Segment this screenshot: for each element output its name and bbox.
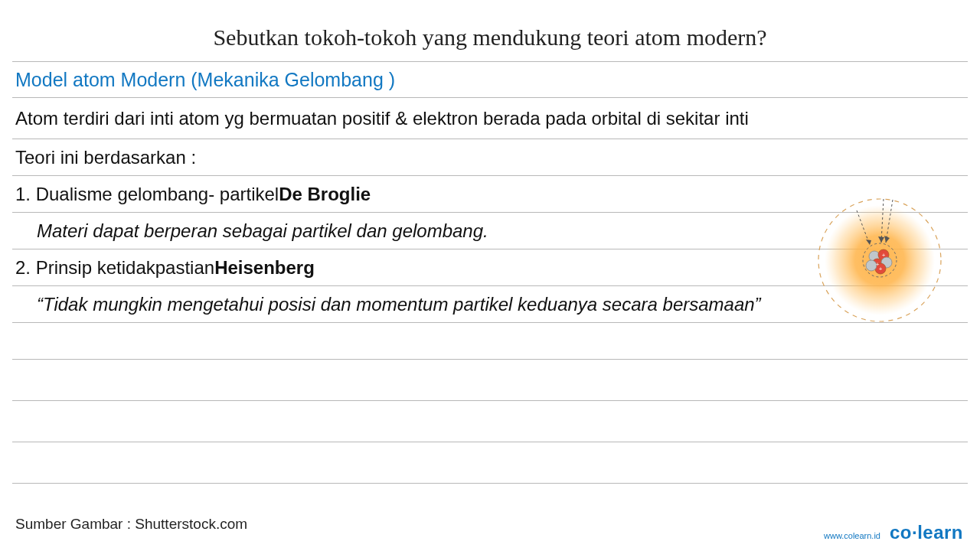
point2-detail-line: “Tidak mungkin mengetahui posisi dan mom… (12, 286, 968, 323)
brand-co: co (890, 522, 912, 543)
point1-name: De Broglie (279, 184, 371, 205)
point1-text: 1. Dualisme gelombang- partikel (15, 184, 279, 205)
intro-line: Atom terdiri dari inti atom yg bermuatan… (12, 98, 968, 139)
empty-line-3 (12, 401, 968, 442)
point1-detail-line: Materi dapat berperan sebagai partikel d… (12, 213, 968, 249)
question-title: Sebutkan tokoh-tokoh yang mendukung teor… (0, 0, 980, 61)
image-source-note: Sumber Gambar : Shutterstock.com (15, 516, 247, 533)
lined-notebook-area: Model atom Modern (Mekanika Gelombang ) … (12, 61, 968, 484)
point2-line: 2. Prinsip ketidakpastian Heisenberg (12, 249, 968, 286)
point2-text: 2. Prinsip ketidakpastian (15, 257, 214, 279)
empty-line-4 (12, 442, 968, 484)
subtitle-line: Model atom Modern (Mekanika Gelombang ) (12, 61, 968, 98)
brand-learn: learn (917, 522, 963, 543)
site-url: www.colearn.id (824, 531, 880, 540)
empty-line-1 (12, 323, 968, 360)
basis-label-line: Teori ini berdasarkan : (12, 139, 968, 176)
point1-line: 1. Dualisme gelombang- partikel De Brogl… (12, 176, 968, 213)
brand-logo: co·learn (890, 522, 963, 543)
empty-line-2 (12, 360, 968, 401)
point2-name: Heisenberg (214, 257, 315, 279)
